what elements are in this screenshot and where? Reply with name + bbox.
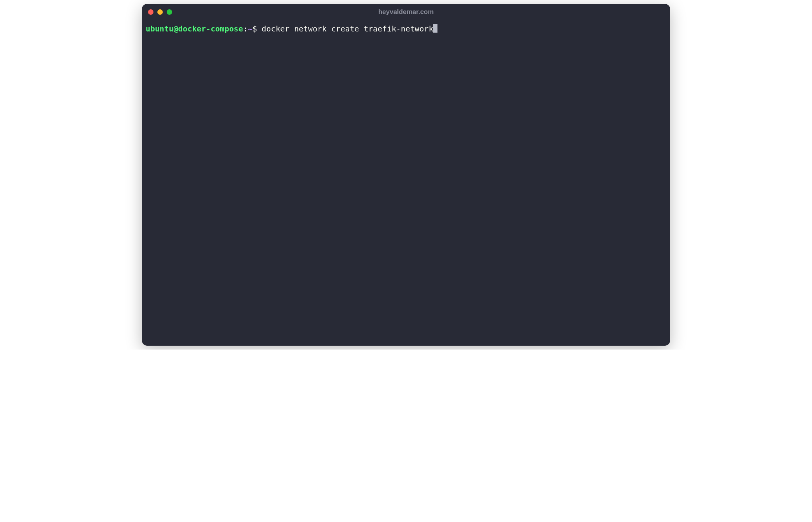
close-icon[interactable] (148, 9, 153, 15)
maximize-icon[interactable] (167, 9, 172, 15)
terminal-window: heyvaldemar.com ubuntu@docker-compose:~$… (142, 4, 670, 346)
cursor-icon (433, 24, 437, 33)
prompt-separator: : (243, 24, 248, 34)
prompt-cwd: ~ (248, 24, 253, 34)
prompt-user-host: ubuntu@docker-compose (146, 24, 243, 34)
traffic-lights (148, 9, 172, 15)
titlebar: heyvaldemar.com (142, 4, 670, 20)
prompt-symbol: $ (253, 24, 257, 34)
minimize-icon[interactable] (157, 9, 163, 15)
terminal-body[interactable]: ubuntu@docker-compose:~$ docker network … (142, 20, 670, 346)
command-text: docker network create traefik-network (257, 24, 434, 34)
command-input[interactable]: docker network create traefik-network (262, 24, 434, 33)
window-title: heyvaldemar.com (378, 8, 434, 16)
prompt-line: ubuntu@docker-compose:~$ docker network … (146, 24, 666, 34)
